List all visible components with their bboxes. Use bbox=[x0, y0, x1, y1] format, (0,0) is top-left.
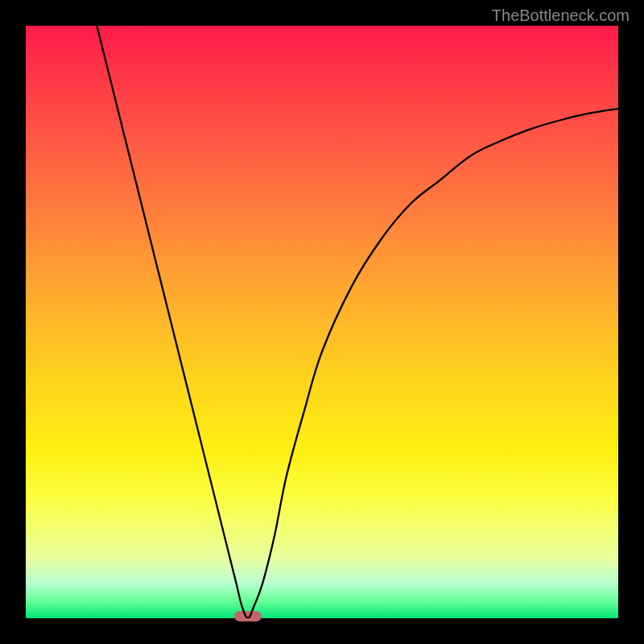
plot-area bbox=[26, 26, 618, 618]
curve-layer bbox=[26, 26, 618, 618]
watermark-text: TheBottleneck.com bbox=[492, 6, 630, 25]
bottleneck-curve bbox=[97, 26, 618, 618]
